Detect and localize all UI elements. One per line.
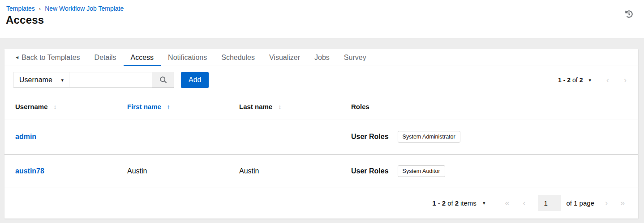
previous-page-button[interactable]: ‹ (523, 199, 525, 207)
column-header-last-name[interactable]: Last name ↕ (239, 103, 351, 110)
next-page-button[interactable]: › (624, 76, 627, 84)
breadcrumb-separator: › (39, 6, 41, 12)
tab-access[interactable]: Access (124, 49, 161, 66)
page-header: Templates › New Workflow Job Template Ac… (0, 0, 644, 38)
search-key-selected: Username (19, 76, 52, 84)
tab-details[interactable]: Details (87, 49, 124, 66)
pagination-total: 2 (455, 199, 459, 207)
content-card: ◀ Back to Templates Details Access Notif… (4, 49, 638, 219)
column-label: First name (127, 103, 161, 110)
table-header-row: Username ↕ First name ↑ Last name ↕ Role… (4, 94, 638, 119)
tab-label: Survey (344, 54, 366, 62)
caret-down-icon: ▾ (61, 78, 64, 83)
pagination-of-word: of (447, 199, 453, 207)
tab-label: Notifications (168, 54, 207, 62)
toolbar: Username ▾ Add 1 - 2 of 2 ▾ ‹ › (4, 66, 638, 94)
tab-label: Visualizer (269, 54, 300, 62)
angle-right-icon: › (624, 76, 627, 84)
sort-both-icon: ↕ (278, 103, 281, 110)
pagination-items-word: items (460, 199, 477, 207)
pagination-range: 1 - 2 (558, 76, 571, 84)
table-row-admin: admin User Roles System Administrator (4, 119, 638, 155)
tab-label: Jobs (314, 54, 330, 62)
breadcrumb-link-new-workflow-job-template[interactable]: New Workflow Job Template (45, 5, 124, 12)
column-header-roles: Roles (351, 103, 627, 110)
last-page-button[interactable]: » (620, 199, 625, 207)
search-key-dropdown[interactable]: Username ▾ (13, 72, 69, 88)
history-icon (625, 10, 633, 18)
user-roles-label: User Roles (351, 133, 389, 141)
column-label: Username (15, 103, 48, 110)
column-label: Roles (351, 103, 369, 110)
first-name-cell: Austin (127, 167, 239, 175)
tab-label: Back to Templates (21, 54, 80, 62)
angle-double-left-icon: « (505, 198, 509, 207)
column-header-first-name[interactable]: First name ↑ (127, 103, 239, 110)
column-label: Last name (239, 103, 272, 110)
first-page-button[interactable]: « (505, 199, 509, 207)
roles-cell: User Roles System Auditor (351, 165, 627, 177)
tab-back-to-templates[interactable]: ◀ Back to Templates (9, 49, 87, 66)
angle-right-icon: › (605, 198, 608, 207)
activity-history-button[interactable] (625, 10, 633, 18)
tab-bar: ◀ Back to Templates Details Access Notif… (4, 49, 638, 66)
column-header-username[interactable]: Username ↕ (15, 103, 127, 110)
user-roles-label: User Roles (351, 167, 389, 175)
bottom-pagination: 1 - 2 of 2 items ▾ « ‹ of 1 page › » (4, 188, 638, 218)
table-row-austin78: austin78 Austin Austin User Roles System… (4, 155, 638, 188)
pagination-total: 2 (580, 76, 583, 84)
username-cell: admin (15, 133, 127, 141)
breadcrumb: Templates › New Workflow Job Template (6, 5, 124, 12)
sort-both-icon: ↕ (54, 103, 57, 110)
search-input[interactable] (69, 72, 152, 88)
pagination-of-word: of (572, 76, 578, 84)
search-icon (159, 76, 167, 84)
tab-jobs[interactable]: Jobs (307, 49, 337, 66)
pagination-range: 1 - 2 (432, 199, 446, 207)
caret-left-icon: ◀ (16, 56, 18, 59)
pagination-per-page-dropdown[interactable]: 1 - 2 of 2 ▾ (558, 76, 591, 84)
previous-page-button[interactable]: ‹ (606, 76, 609, 84)
search-submit-button[interactable] (152, 72, 174, 88)
last-name-cell: Austin (239, 167, 351, 175)
user-link-austin78[interactable]: austin78 (15, 167, 44, 175)
tab-label: Details (94, 54, 116, 62)
tab-visualizer[interactable]: Visualizer (262, 49, 307, 66)
tab-survey[interactable]: Survey (337, 49, 374, 66)
tab-notifications[interactable]: Notifications (161, 49, 214, 66)
tab-schedules[interactable]: Schedules (214, 49, 262, 66)
tab-label: Access (131, 54, 154, 62)
username-cell: austin78 (15, 167, 127, 175)
role-chip: System Administrator (398, 131, 460, 143)
angle-left-icon: ‹ (523, 198, 525, 207)
top-pagination: 1 - 2 of 2 ▾ ‹ › (558, 76, 629, 84)
role-chip: System Auditor (398, 165, 445, 177)
page-count-label: of 1 page (566, 199, 594, 207)
tab-label: Schedules (221, 54, 255, 62)
current-page-input[interactable] (538, 195, 561, 211)
caret-down-icon: ▾ (483, 201, 485, 206)
breadcrumb-link-templates[interactable]: Templates (6, 5, 35, 12)
pagination-items-dropdown[interactable]: 1 - 2 of 2 items ▾ (432, 199, 485, 207)
page-title: Access (6, 14, 44, 26)
user-link-admin[interactable]: admin (15, 133, 36, 140)
next-page-button[interactable]: › (605, 199, 608, 207)
add-button[interactable]: Add (181, 72, 209, 88)
sort-ascending-icon: ↑ (167, 103, 170, 110)
angle-double-right-icon: » (620, 198, 625, 207)
caret-down-icon: ▾ (588, 78, 591, 83)
angle-left-icon: ‹ (606, 76, 609, 84)
roles-cell: User Roles System Administrator (351, 131, 627, 143)
